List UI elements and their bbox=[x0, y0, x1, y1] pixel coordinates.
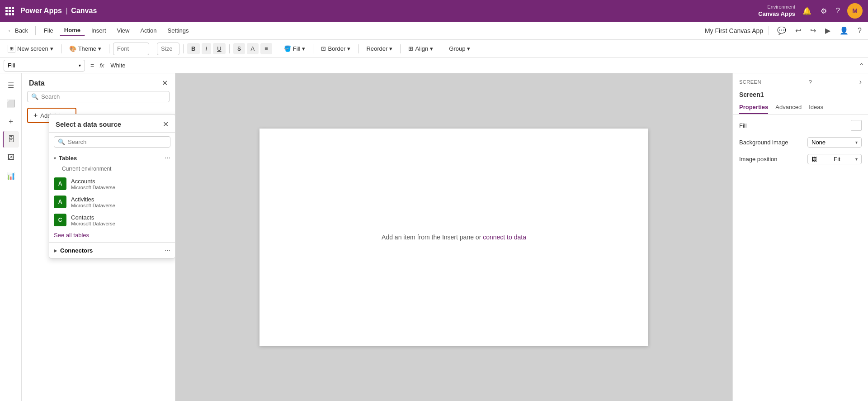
tab-properties[interactable]: Properties bbox=[739, 101, 768, 114]
align-button[interactable]: ⊞ Align ▾ bbox=[404, 43, 437, 54]
app-name-display: My First Canvas App bbox=[705, 27, 763, 34]
ds-close-icon[interactable]: ✕ bbox=[163, 120, 169, 129]
menu-separator bbox=[35, 26, 36, 35]
underline-button[interactable]: U bbox=[213, 43, 225, 54]
toolbar: ⊞ New screen ▾ 🎨 Theme ▾ B I U S̶ A ≡ 🪣 … bbox=[0, 40, 868, 58]
environment-info: Environment Canvas Apps bbox=[758, 4, 795, 18]
help-question-icon[interactable]: ? bbox=[834, 5, 842, 17]
settings-gear-icon[interactable]: ⚙ bbox=[819, 5, 829, 17]
see-all-tables-link[interactable]: See all tables bbox=[49, 229, 175, 242]
tab-advanced[interactable]: Advanced bbox=[775, 101, 802, 114]
border-button[interactable]: ⊡ Border ▾ bbox=[317, 43, 354, 54]
play-icon[interactable]: ▶ bbox=[822, 24, 833, 37]
bg-image-select[interactable]: None ▾ bbox=[807, 137, 862, 148]
share-icon[interactable]: 👤 bbox=[837, 24, 851, 37]
menu-action[interactable]: Action bbox=[136, 25, 161, 36]
chat-icon[interactable]: 💬 bbox=[774, 24, 789, 37]
img-position-property-row: Image position 🖼 Fit ▾ bbox=[739, 154, 862, 164]
sidebar-insert-icon[interactable]: ＋ bbox=[3, 113, 19, 129]
connect-to-data-link[interactable]: connect to data bbox=[483, 234, 526, 241]
undo-icon[interactable]: ↩ bbox=[793, 24, 804, 37]
border-icon: ⊡ bbox=[321, 45, 326, 52]
tables-chevron-icon: ▾ bbox=[54, 156, 56, 161]
help-menu-icon[interactable]: ? bbox=[855, 25, 864, 37]
icon-sidebar: ☰ ⬜ ＋ 🗄 🖼 📊 bbox=[0, 73, 22, 401]
tables-section-header[interactable]: ▾ Tables ··· bbox=[49, 151, 175, 165]
canvas-area: Add an item from the Insert pane or conn… bbox=[175, 73, 732, 401]
italic-button[interactable]: I bbox=[202, 43, 212, 54]
canvas-placeholder-text: Add an item from the Insert pane or conn… bbox=[382, 234, 526, 241]
border-chevron-icon: ▾ bbox=[347, 45, 350, 52]
list-item[interactable]: C Contacts Microsoft Dataverse bbox=[49, 211, 175, 229]
props-help-icon[interactable]: ? bbox=[809, 79, 812, 86]
reorder-button[interactable]: Reorder ▾ bbox=[362, 43, 396, 54]
search-icon: 🔍 bbox=[31, 93, 38, 100]
data-panel-header: Data ✕ bbox=[22, 73, 175, 91]
theme-button[interactable]: 🎨 Theme ▾ bbox=[65, 43, 105, 54]
menu-home[interactable]: Home bbox=[60, 25, 85, 36]
sidebar-media-icon[interactable]: 🖼 bbox=[3, 149, 19, 166]
align-chevron-icon: ▾ bbox=[430, 45, 433, 52]
new-screen-button[interactable]: ⊞ New screen ▾ bbox=[4, 43, 57, 55]
fill-icon: 🪣 bbox=[284, 45, 291, 52]
sidebar-hamburger-icon[interactable]: ☰ bbox=[3, 77, 19, 93]
font-family-input[interactable] bbox=[113, 43, 149, 55]
connectors-chevron-icon: ▶ bbox=[54, 248, 57, 253]
sidebar-data-icon[interactable]: 🗄 bbox=[3, 131, 19, 148]
connectors-more-icon[interactable]: ··· bbox=[165, 246, 170, 254]
menu-insert[interactable]: Insert bbox=[87, 25, 111, 36]
contacts-info: Contacts Microsoft Dataverse bbox=[71, 214, 170, 226]
fill-chevron-icon: ▾ bbox=[302, 45, 305, 52]
selector-chevron-icon: ▾ bbox=[79, 63, 81, 68]
redo-icon[interactable]: ↪ bbox=[807, 24, 819, 37]
menu-settings[interactable]: Settings bbox=[163, 25, 193, 36]
accounts-icon: A bbox=[54, 177, 66, 190]
top-nav: Power Apps | Canvas Environment Canvas A… bbox=[0, 0, 868, 22]
props-body: Fill Background image None ▾ Image posit… bbox=[733, 115, 868, 170]
new-screen-icon: ⊞ bbox=[8, 45, 15, 53]
strikethrough-button[interactable]: S̶ bbox=[233, 43, 245, 54]
canvas-frame[interactable]: Add an item from the Insert pane or conn… bbox=[259, 129, 648, 346]
data-search-input[interactable] bbox=[41, 93, 165, 100]
fx-label: fx bbox=[99, 62, 104, 69]
tables-more-icon[interactable]: ··· bbox=[165, 154, 170, 162]
props-panel-header: SCREEN ? › bbox=[733, 73, 868, 88]
product-logo: Power Apps | Canvas bbox=[20, 7, 97, 15]
ds-search-input[interactable] bbox=[68, 138, 166, 145]
fill-button[interactable]: 🪣 Fill ▾ bbox=[280, 43, 310, 54]
formula-input[interactable] bbox=[108, 61, 855, 70]
sidebar-screens-icon[interactable]: ⬜ bbox=[3, 95, 19, 111]
menu-file[interactable]: File bbox=[39, 25, 58, 36]
contacts-icon: C bbox=[54, 214, 66, 226]
sidebar-variables-icon[interactable]: 📊 bbox=[3, 167, 19, 184]
connectors-section[interactable]: ▶ Connectors ··· bbox=[49, 242, 175, 258]
waffle-icon[interactable] bbox=[5, 7, 14, 15]
list-item[interactable]: A Accounts Microsoft Dataverse bbox=[49, 175, 175, 193]
list-item[interactable]: A Activities Microsoft Dataverse bbox=[49, 193, 175, 211]
font-size-input[interactable] bbox=[157, 43, 179, 55]
tab-ideas[interactable]: Ideas bbox=[809, 101, 823, 114]
user-avatar[interactable]: M bbox=[847, 3, 863, 19]
fill-color-swatch[interactable] bbox=[851, 120, 862, 131]
notification-bell-icon[interactable]: 🔔 bbox=[801, 5, 813, 17]
data-panel-close-icon[interactable]: ✕ bbox=[162, 79, 168, 87]
ds-search[interactable]: 🔍 bbox=[54, 136, 170, 148]
group-button[interactable]: Group ▾ bbox=[445, 43, 474, 54]
img-position-select[interactable]: 🖼 Fit ▾ bbox=[807, 154, 862, 164]
bold-button[interactable]: B bbox=[187, 43, 199, 54]
theme-chevron-icon: ▾ bbox=[98, 45, 101, 52]
bg-image-chevron-icon: ▾ bbox=[855, 140, 858, 145]
equals-sign: = bbox=[89, 62, 96, 69]
formula-expand-icon[interactable]: ⌃ bbox=[859, 62, 864, 69]
property-selector[interactable]: Fill ▾ bbox=[4, 60, 85, 72]
menu-bar: ← Back File Home Insert View Action Sett… bbox=[0, 22, 868, 40]
props-expand-icon[interactable]: › bbox=[859, 78, 862, 86]
align-icon: ⊞ bbox=[408, 45, 413, 52]
data-panel-search[interactable]: 🔍 bbox=[27, 91, 170, 102]
reorder-chevron-icon: ▾ bbox=[389, 45, 392, 52]
text-align-button[interactable]: ≡ bbox=[260, 43, 272, 54]
current-env-label: Current environment bbox=[49, 165, 175, 175]
back-button[interactable]: ← Back bbox=[4, 25, 32, 36]
menu-view[interactable]: View bbox=[113, 25, 134, 36]
font-color-button[interactable]: A bbox=[247, 43, 259, 54]
